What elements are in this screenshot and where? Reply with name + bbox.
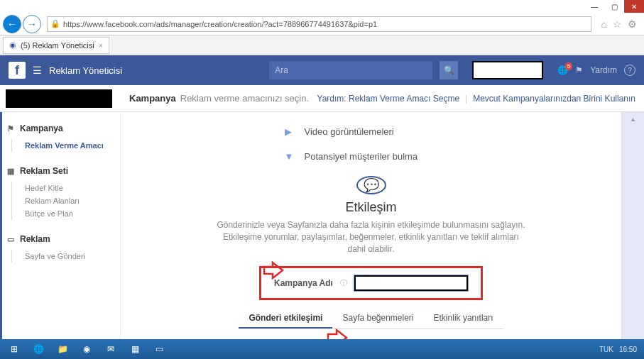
ad-icon: ▭: [7, 235, 16, 244]
tab-event-responses[interactable]: Etkinlik yanıtları: [424, 309, 503, 328]
help-label[interactable]: Yardım: [590, 65, 617, 75]
sidebar-item-objective[interactable]: Reklam Verme Amacı: [25, 139, 113, 152]
link-separator: |: [465, 94, 467, 104]
campaign-name-label: Kampanya Adı: [274, 278, 333, 288]
lock-icon: 🔒: [50, 19, 60, 28]
tab-page-likes[interactable]: Sayfa beğenmeleri: [332, 309, 423, 328]
taskbar-explorer[interactable]: 📁: [51, 341, 74, 358]
use-existing-campaign-link[interactable]: Mevcut Kampanyalarınızdan Birini Kullanı…: [473, 94, 635, 104]
start-button[interactable]: ⊞: [3, 341, 26, 358]
win-close[interactable]: ✕: [624, 0, 644, 13]
funnel-icon: ▼: [285, 151, 298, 162]
fb-section-title: Reklam Yöneticisi: [49, 65, 122, 76]
notification-badge: 5: [565, 62, 572, 70]
tab-favicon: ◉: [9, 40, 16, 50]
fb-logo[interactable]: f: [9, 62, 26, 79]
sidebar-item-placements[interactable]: Reklam Alanları: [25, 194, 113, 207]
search-input[interactable]: [269, 61, 432, 79]
sidebar-section-adset[interactable]: ▦Reklam Seti: [7, 166, 113, 176]
win-maximize[interactable]: ▢: [604, 0, 624, 13]
campaign-name-row: Kampanya Adı ⓘ: [259, 266, 483, 300]
taskbar-lang[interactable]: TUK: [599, 346, 613, 353]
right-scrollbar[interactable]: ▴ ▾: [621, 112, 644, 359]
forward-button[interactable]: →: [23, 15, 41, 33]
ad-account-select[interactable]: [6, 89, 112, 108]
hamburger-icon[interactable]: ☰: [33, 65, 42, 76]
url-bar[interactable]: 🔒 https://www.facebook.com/ads/manager/c…: [47, 16, 591, 32]
objective-label: Potansiyel müşteriler bulma: [305, 151, 418, 162]
tab-title: (5) Reklam Yöneticisi: [21, 41, 94, 50]
arrow-left-icon: ←: [7, 18, 17, 30]
win-minimize[interactable]: —: [584, 0, 604, 13]
sidebar-section-ad[interactable]: ▭Reklam: [7, 234, 113, 244]
campaign-name-input[interactable]: [354, 275, 468, 291]
taskbar-chrome[interactable]: ◉: [75, 341, 98, 358]
engagement-description: Gönderinizle veya Sayfanızla daha fazla …: [215, 219, 528, 255]
browser-tabs: ◉ (5) Reklam Yöneticisi ×: [0, 35, 644, 55]
notifications-icon[interactable]: 🌐5: [557, 65, 568, 75]
favorites-icon[interactable]: ☆: [613, 18, 622, 30]
home-icon[interactable]: ⌂: [601, 18, 607, 30]
page-subtitle: Reklam verme amacınızı seçin.: [180, 93, 309, 104]
sidebar-item-audience[interactable]: Hedef Kitle: [25, 182, 113, 194]
taskbar-time[interactable]: 16:50: [619, 346, 637, 353]
engagement-title: Etkileşim: [345, 200, 396, 215]
flag-icon[interactable]: ⚑: [575, 65, 583, 75]
settings-icon[interactable]: ⚙: [628, 18, 637, 30]
help-icon[interactable]: ?: [624, 65, 635, 76]
taskbar-ie[interactable]: 🌐: [27, 341, 50, 358]
sidebar-item-budget[interactable]: Bütçe ve Plan: [25, 207, 113, 220]
sidebar: ⚑Kampanya Reklam Verme Amacı ▦Reklam Set…: [0, 112, 121, 359]
browser-tab[interactable]: ◉ (5) Reklam Yöneticisi ×: [3, 37, 109, 54]
search-icon: 🔍: [444, 65, 454, 75]
sub-header: Kampanya Reklam verme amacınızı seçin. Y…: [0, 85, 644, 112]
browser-nav-bar: ← → 🔒 https://www.facebook.com/ads/manag…: [0, 13, 644, 35]
url-text: https://www.facebook.com/ads/manager/cre…: [63, 20, 377, 28]
help-link-objective[interactable]: Yardım: Reklam Verme Amacı Seçme: [317, 94, 460, 104]
back-button[interactable]: ←: [3, 15, 21, 33]
taskbar-app2[interactable]: ▭: [148, 341, 170, 358]
arrow-right-icon: →: [27, 18, 37, 30]
taskbar-app[interactable]: ▦: [124, 341, 146, 358]
objective-lead-gen[interactable]: ▼ Potansiyel müşteriler bulma: [279, 144, 464, 169]
search-button[interactable]: 🔍: [440, 61, 458, 79]
tab-close-icon[interactable]: ×: [99, 41, 103, 50]
page-title: Kampanya: [129, 93, 176, 104]
engagement-icon: 💬: [356, 176, 386, 194]
objective-label: Video görüntülemeleri: [305, 126, 394, 137]
content-area: ▶ Video görüntülemeleri ▼ Potansiyel müş…: [121, 112, 621, 359]
engagement-type-tabs: Gönderi etkileşimi Sayfa beğenmeleri Etk…: [239, 309, 503, 329]
video-icon: ▶: [285, 126, 298, 137]
scroll-up-icon[interactable]: ▴: [631, 115, 635, 123]
grid-icon: ▦: [7, 167, 16, 176]
fb-top-bar: f ☰ Reklam Yöneticisi 🔍 🌐5 ⚑ Yardım ?: [0, 55, 644, 85]
info-icon[interactable]: ⓘ: [340, 278, 347, 288]
flag-icon: ⚑: [7, 124, 16, 133]
sidebar-item-page-post[interactable]: Sayfa ve Gönderi: [25, 250, 113, 263]
sidebar-section-campaign[interactable]: ⚑Kampanya: [7, 123, 113, 133]
taskbar-outlook[interactable]: ✉: [99, 341, 122, 358]
objective-video-views[interactable]: ▶ Video görüntülemeleri: [279, 119, 464, 144]
windows-taskbar: ⊞ 🌐 📁 ◉ ✉ ▦ ▭ TUK 16:50: [0, 339, 644, 359]
account-selector[interactable]: [472, 61, 543, 79]
tab-post-engagement[interactable]: Gönderi etkileşimi: [239, 309, 332, 328]
